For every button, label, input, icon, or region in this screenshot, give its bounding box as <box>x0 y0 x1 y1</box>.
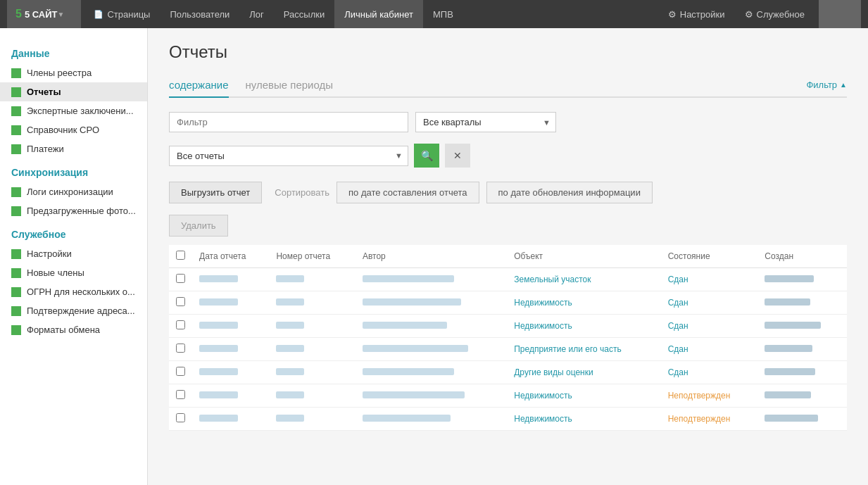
row-number <box>269 338 356 361</box>
row-checkbox[interactable] <box>176 274 185 283</box>
sidebar-item-formats[interactable]: Форматы обмена <box>0 320 147 339</box>
user-avatar[interactable] <box>819 0 861 28</box>
number-value <box>276 391 304 398</box>
row-date <box>192 268 269 291</box>
author-value <box>363 298 461 306</box>
nav-settings[interactable]: ⚙ Настройки <box>660 0 734 28</box>
row-checkbox-cell <box>169 291 192 315</box>
main-content: Отчеты содержание нулевые периоды Фильтр… <box>148 28 868 485</box>
row-created <box>757 384 847 408</box>
sort-by-date-button[interactable]: по дате составления отчета <box>336 182 479 203</box>
filter-text-input[interactable] <box>169 112 408 132</box>
created-value <box>765 298 810 306</box>
tab-content[interactable]: содержание <box>169 73 229 98</box>
upload-report-button[interactable]: Выгрузить отчет <box>169 182 262 203</box>
row-status: Сдан <box>661 338 758 361</box>
sidebar-item-reports[interactable]: Отчеты <box>0 82 147 101</box>
created-value <box>765 368 815 375</box>
address-icon <box>11 306 21 316</box>
tab-zero-periods[interactable]: нулевые периоды <box>246 73 334 96</box>
author-value <box>363 368 454 375</box>
quarters-select-wrapper: Все кварталы ▼ <box>415 112 556 132</box>
author-value <box>363 322 447 329</box>
select-all-checkbox[interactable] <box>176 251 185 260</box>
header-object: Объект <box>507 245 660 268</box>
object-link[interactable]: Земельный участок <box>514 275 591 284</box>
app-layout: Данные Члены реестра Отчеты Экспертные з… <box>0 28 868 485</box>
sidebar-item-payments[interactable]: Платежи <box>0 139 147 158</box>
app-logo[interactable]: 5 5 САЙТ ▼ <box>7 0 81 28</box>
delete-button[interactable]: Удалить <box>169 215 228 237</box>
row-number <box>269 384 356 408</box>
sidebar-label-settings2: Настройки <box>27 248 72 259</box>
tabs-bar: содержание нулевые периоды Фильтр ▲ <box>169 73 847 98</box>
row-author <box>356 408 507 431</box>
object-link[interactable]: Недвижимость <box>514 391 572 401</box>
sidebar-item-address[interactable]: Подтверждение адреса... <box>0 301 147 320</box>
row-author <box>356 338 507 361</box>
table-row: Недвижимость Неподтвержден <box>169 384 847 408</box>
row-object: Земельный участок <box>507 268 660 291</box>
quarters-select[interactable]: Все кварталы <box>415 112 556 132</box>
table-row: Недвижимость Сдан <box>169 291 847 315</box>
number-value <box>276 415 304 422</box>
clear-button[interactable]: ✕ <box>445 144 470 168</box>
sidebar-item-expert[interactable]: Экспертные заключени... <box>0 101 147 120</box>
row-checkbox[interactable] <box>176 390 185 399</box>
nav-pages[interactable]: 📄 Страницы <box>84 0 160 28</box>
nav-cabinet[interactable]: Личный кабинет <box>334 0 423 28</box>
sidebar-label-ogrn: ОГРН для нескольких о... <box>27 286 135 297</box>
nav-users[interactable]: Пользователи <box>160 0 239 28</box>
settings-gear-icon: ⚙ <box>668 9 677 20</box>
row-checkbox-cell <box>169 361 192 384</box>
status-badge: Сдан <box>668 321 688 331</box>
members-icon <box>11 68 21 78</box>
nav-mpv[interactable]: МПВ <box>423 0 463 28</box>
row-checkbox-cell <box>169 384 192 408</box>
object-link[interactable]: Предприятие или его часть <box>514 344 622 354</box>
logo-text: 5 САЙТ <box>25 9 58 20</box>
sidebar-item-settings2[interactable]: Настройки <box>0 244 147 263</box>
row-checkbox[interactable] <box>176 344 185 353</box>
row-checkbox[interactable] <box>176 320 185 329</box>
object-link[interactable]: Недвижимость <box>514 414 572 424</box>
object-link[interactable]: Недвижимость <box>514 321 572 331</box>
object-link[interactable]: Недвижимость <box>514 298 572 308</box>
row-status: Неподтвержден <box>661 384 758 408</box>
sort-by-update-button[interactable]: по дате обновления информации <box>486 182 653 203</box>
row-checkbox[interactable] <box>176 413 185 422</box>
row-object: Недвижимость <box>507 291 660 315</box>
row-checkbox[interactable] <box>176 297 185 306</box>
payments-icon <box>11 144 21 154</box>
sidebar-item-preloaded[interactable]: Предзагруженные фото... <box>0 201 147 220</box>
delete-area: Удалить <box>169 215 847 237</box>
reports-table: Дата отчета Номер отчета Автор Объект Со… <box>169 245 847 431</box>
sidebar-item-ogrn[interactable]: ОГРН для нескольких о... <box>0 282 147 301</box>
filter-toggle[interactable]: Фильтр ▲ <box>806 80 847 90</box>
sidebar-item-members[interactable]: Члены реестра <box>0 63 147 82</box>
nav-mailings[interactable]: Рассылки <box>274 0 334 28</box>
logo-dropdown-icon[interactable]: ▼ <box>58 11 65 18</box>
sort-label: Сортировать <box>275 187 329 198</box>
top-navigation: 5 5 САЙТ ▼ 📄 Страницы Пользователи Лог Р… <box>0 0 868 28</box>
reports-select[interactable]: Все отчеты <box>169 146 408 166</box>
number-value <box>276 298 304 306</box>
sidebar-item-sync-logs[interactable]: Логи синхронизации <box>0 182 147 201</box>
row-checkbox[interactable] <box>176 367 185 376</box>
row-object: Другие виды оценки <box>507 361 660 384</box>
author-value <box>363 275 454 282</box>
header-date: Дата отчета <box>192 245 269 268</box>
filter-arrow-icon: ▲ <box>840 81 847 89</box>
object-link[interactable]: Другие виды оценки <box>514 367 593 377</box>
sidebar-label-expert: Экспертные заключени... <box>27 106 134 116</box>
sidebar-item-new-members[interactable]: Новые члены <box>0 263 147 282</box>
sidebar-item-sro[interactable]: Справочник СРО <box>0 120 147 139</box>
status-badge: Сдан <box>668 298 688 308</box>
table-header-row: Дата отчета Номер отчета Автор Объект Со… <box>169 245 847 268</box>
status-badge: Сдан <box>668 275 688 284</box>
nav-log[interactable]: Лог <box>239 0 274 28</box>
search-button[interactable]: 🔍 <box>414 144 439 168</box>
nav-items: 📄 Страницы Пользователи Лог Рассылки Лич… <box>84 0 659 28</box>
created-value <box>765 345 812 352</box>
nav-service[interactable]: ⚙ Служебное <box>736 0 814 28</box>
